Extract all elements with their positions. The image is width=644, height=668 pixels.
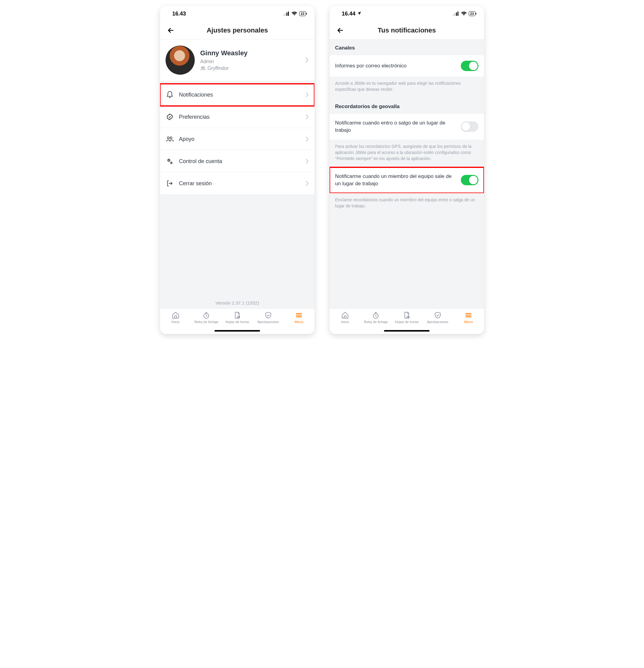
team-icon <box>200 66 206 71</box>
home-indicator <box>214 330 260 332</box>
svg-point-4 <box>201 67 203 68</box>
help-team: Envíame recordatorios cuando un miembro … <box>330 193 484 215</box>
battery-icon: 23 <box>299 11 306 16</box>
toggle-label: Notificarme cuando entro o salgo de un l… <box>335 119 456 134</box>
tab-timeclock[interactable]: Reloj de fichaje <box>361 311 392 324</box>
svg-point-6 <box>167 137 169 139</box>
logout-icon <box>166 179 174 188</box>
cellular-icon <box>283 12 289 16</box>
section-geofence: Recordatorios de geovalla <box>330 98 484 114</box>
content: Canales Informes por correo electrónico … <box>330 40 484 308</box>
svg-rect-12 <box>453 14 454 16</box>
status-time: 16.44 <box>342 11 356 17</box>
svg-rect-0 <box>283 14 284 16</box>
row-account-control[interactable]: Control de cuenta <box>160 150 314 172</box>
chevron-right-icon <box>305 114 309 120</box>
status-bar: 16.44 23 <box>330 6 484 21</box>
toggle-label: Informes por correo electrónico <box>335 62 456 70</box>
settings-list: Notificaciones Preferencias Apoyo <box>160 84 314 194</box>
profile-role: Admin <box>200 59 299 64</box>
status-icons: 23 <box>453 11 475 16</box>
battery-icon: 23 <box>469 11 475 16</box>
phone-settings: 16.43 23 Ajustes personales Ginny Weasle… <box>160 6 314 334</box>
page-title: Tus notificaciones <box>330 27 484 34</box>
phone-notifications: 16.44 23 Tus notificaciones Canales Info… <box>330 6 484 334</box>
tab-menu[interactable]: Menú <box>283 311 314 324</box>
toggle-switch[interactable] <box>461 61 478 71</box>
tab-menu[interactable]: Menú <box>453 311 484 324</box>
status-icons: 23 <box>283 11 306 16</box>
tab-timeclock[interactable]: Reloj de fichaje <box>191 311 222 324</box>
row-notifications[interactable]: Notificaciones <box>160 84 314 106</box>
support-icon <box>166 135 174 143</box>
back-button[interactable] <box>166 25 176 35</box>
content: Ginny Weasley Admin Gryffindor Notificac… <box>160 40 314 308</box>
chevron-right-icon <box>305 180 309 186</box>
gear-check-icon <box>166 113 174 121</box>
home-indicator <box>384 330 430 332</box>
help-email: Accede a Jibble en tu navegador web para… <box>330 77 484 98</box>
chevron-right-icon <box>305 136 309 142</box>
row-label: Notificaciones <box>179 92 300 98</box>
status-bar: 16.43 23 <box>160 6 314 21</box>
status-time-wrap: 16.44 <box>342 11 361 17</box>
page-title: Ajustes personales <box>160 27 314 34</box>
nav-header: Ajustes personales <box>160 21 314 40</box>
profile-name: Ginny Weasley <box>200 49 299 57</box>
toggle-switch[interactable] <box>461 175 478 185</box>
svg-rect-3 <box>288 12 289 16</box>
location-arrow-icon <box>357 11 361 15</box>
row-label: Control de cuenta <box>179 158 300 165</box>
row-logout[interactable]: Cerrar sesión <box>160 172 314 194</box>
svg-rect-15 <box>458 12 459 16</box>
bell-icon <box>166 90 174 99</box>
toggle-email-reports[interactable]: Informes por correo electrónico <box>330 55 484 77</box>
toggle-label: Notificarme cuando un miembro del equipo… <box>335 173 456 188</box>
profile-team: Gryffindor <box>200 65 299 71</box>
toggle-switch[interactable] <box>461 121 478 132</box>
tab-home[interactable]: Inicio <box>160 311 191 324</box>
toggle-notify-self[interactable]: Notificarme cuando entro o salgo de un l… <box>330 114 484 140</box>
tab-approvals[interactable]: Aprobaciones <box>422 311 453 324</box>
tab-approvals[interactable]: Aprobaciones <box>253 311 284 324</box>
chevron-right-icon <box>305 158 309 164</box>
status-time: 16.43 <box>172 11 186 17</box>
toggle-notify-team[interactable]: Notificarme cuando un miembro del equipo… <box>330 167 484 193</box>
cellular-icon <box>453 12 459 16</box>
gears-icon <box>166 157 174 166</box>
avatar <box>166 46 195 75</box>
row-label: Cerrar sesión <box>179 180 300 187</box>
svg-rect-14 <box>456 13 457 16</box>
row-label: Apoyo <box>179 136 300 142</box>
svg-rect-1 <box>285 13 286 16</box>
row-support[interactable]: Apoyo <box>160 128 314 150</box>
tab-timesheets[interactable]: Hojas de horas <box>222 311 253 324</box>
wifi-icon <box>461 12 467 16</box>
wifi-icon <box>291 12 297 16</box>
section-channels: Canales <box>330 40 484 55</box>
svg-point-5 <box>203 67 205 68</box>
row-label: Preferencias <box>179 114 300 120</box>
svg-point-8 <box>168 160 169 161</box>
svg-rect-2 <box>286 13 287 16</box>
row-preferences[interactable]: Preferencias <box>160 106 314 128</box>
tab-home[interactable]: Inicio <box>330 311 361 324</box>
svg-point-7 <box>170 137 172 139</box>
tab-timesheets[interactable]: Hojas de horas <box>391 311 422 324</box>
nav-header: Tus notificaciones <box>330 21 484 40</box>
version-text: Versión 2.37.1 (1552) <box>160 295 314 308</box>
chevron-right-icon <box>305 92 309 98</box>
back-button[interactable] <box>335 25 345 35</box>
help-gps: Para activar los recordatorios GPS, aseg… <box>330 140 484 167</box>
chevron-right-icon <box>305 57 309 63</box>
profile-info: Ginny Weasley Admin Gryffindor <box>200 49 299 71</box>
profile-row[interactable]: Ginny Weasley Admin Gryffindor <box>160 40 314 81</box>
svg-rect-13 <box>454 13 455 16</box>
